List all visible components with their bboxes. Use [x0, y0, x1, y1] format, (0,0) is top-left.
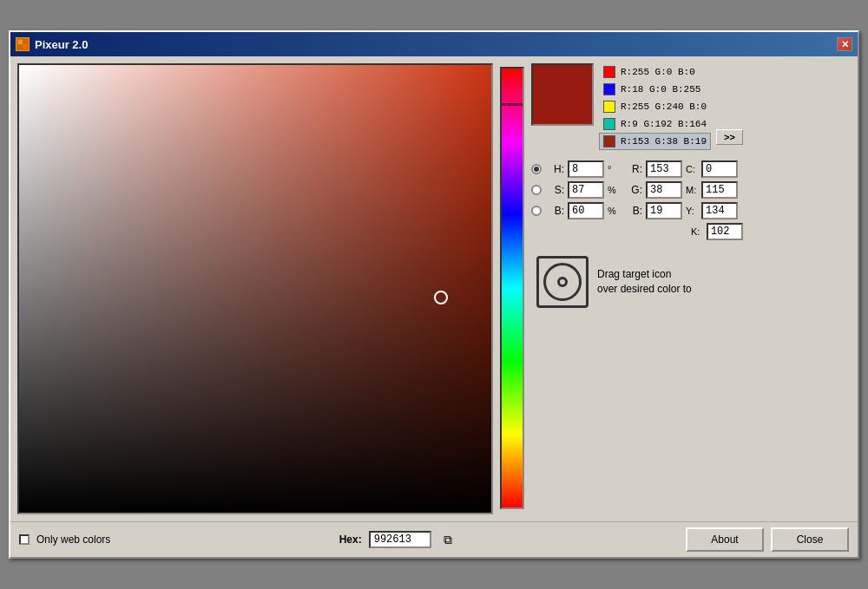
- swatch-item-1[interactable]: R:18 G:0 B:255: [599, 81, 711, 98]
- title-bar: Pixeur 2.0 ✕: [10, 32, 858, 56]
- current-color-swatch: [531, 63, 594, 126]
- swatch-item-2[interactable]: R:255 G:240 B:0: [599, 98, 711, 115]
- h-row: H: ° R: C:: [531, 160, 743, 178]
- swatch-label-1: R:18 G:0 B:255: [621, 84, 700, 95]
- swatch-label-0: R:255 G:0 B:0: [621, 67, 695, 77]
- h-input[interactable]: [568, 160, 604, 178]
- k-row: K:: [531, 223, 743, 240]
- y-label: Y:: [686, 206, 698, 216]
- right-panel: R:255 G:0 B:0 R:18 G:0 B:255 R:255 G:240…: [531, 63, 743, 514]
- swatch-color-2: [603, 101, 615, 113]
- c-input[interactable]: [701, 160, 738, 178]
- target-inner-circle: [557, 277, 568, 287]
- g-label: G:: [623, 184, 642, 196]
- hue-slider-wrapper: [500, 63, 524, 514]
- copy-icon[interactable]: ⧉: [438, 531, 457, 548]
- main-window: Pixeur 2.0 ✕ R:255 G:0 B:0: [9, 30, 859, 559]
- swatch-color-0: [603, 66, 615, 78]
- swatch-color-3: [603, 118, 615, 130]
- swatches-area: R:255 G:0 B:0 R:18 G:0 B:255 R:255 G:240…: [531, 63, 743, 150]
- color-values: H: ° R: C: S: % G: M:: [531, 160, 743, 240]
- swatch-item-3[interactable]: R:9 G:192 B:164: [599, 115, 711, 133]
- s-input[interactable]: [568, 181, 604, 199]
- m-input[interactable]: [701, 181, 738, 199]
- b-unit: %: [608, 206, 620, 216]
- hue-marker: [502, 103, 523, 106]
- svg-rect-2: [23, 44, 27, 49]
- b-input[interactable]: [568, 202, 604, 219]
- hue-slider[interactable]: [500, 67, 524, 509]
- r-input[interactable]: [646, 160, 682, 178]
- close-button[interactable]: ✕: [837, 37, 852, 51]
- color-picker-gradient[interactable]: [17, 63, 493, 514]
- b-rgb-input[interactable]: [646, 202, 682, 219]
- swatch-item-4[interactable]: R:153 G:38 B:19: [599, 133, 711, 150]
- about-button[interactable]: About: [686, 527, 764, 552]
- hex-input[interactable]: [369, 531, 431, 548]
- k-label: K:: [691, 226, 703, 237]
- app-title: Pixeur 2.0: [35, 38, 88, 51]
- drag-target-area: Drag target icon over desired color to: [531, 251, 743, 313]
- drag-text: Drag target icon over desired color to: [597, 267, 692, 297]
- s-unit: %: [608, 185, 620, 195]
- swatch-color-1: [603, 83, 615, 95]
- h-label: H:: [545, 163, 564, 175]
- web-colors-label: Only web colors: [36, 533, 110, 546]
- b-radio[interactable]: [531, 206, 542, 216]
- b-rgb-label: B:: [623, 205, 642, 217]
- title-bar-left: Pixeur 2.0: [16, 37, 88, 51]
- swatch-list: R:255 G:0 B:0 R:18 G:0 B:255 R:255 G:240…: [599, 63, 711, 150]
- swatch-color-4: [603, 135, 615, 147]
- target-icon[interactable]: [536, 256, 589, 308]
- g-input[interactable]: [646, 181, 682, 199]
- window-content: R:255 G:0 B:0 R:18 G:0 B:255 R:255 G:240…: [10, 56, 858, 521]
- swatch-label-3: R:9 G:192 B:164: [621, 119, 707, 129]
- h-unit: °: [608, 164, 620, 174]
- app-icon: [16, 37, 30, 51]
- color-crosshair: [434, 291, 448, 304]
- bottom-section: Only web colors Hex: ⧉ About Close: [10, 521, 858, 557]
- svg-rect-1: [18, 40, 23, 44]
- h-radio[interactable]: [531, 164, 542, 174]
- swatch-label-2: R:255 G:240 B:0: [621, 101, 707, 112]
- web-colors-checkbox[interactable]: [19, 534, 30, 545]
- s-label: S:: [545, 184, 564, 196]
- m-label: M:: [686, 185, 698, 195]
- close-button-bottom[interactable]: Close: [771, 527, 849, 552]
- arrow-section: >>: [716, 63, 743, 145]
- s-radio[interactable]: [531, 185, 542, 195]
- swatch-item-0[interactable]: R:255 G:0 B:0: [599, 63, 711, 81]
- r-label: R:: [623, 163, 642, 175]
- c-label: C:: [686, 164, 698, 174]
- hex-label: Hex:: [339, 533, 362, 546]
- swatch-label-4: R:153 G:38 B:19: [621, 136, 707, 147]
- b-hsb-label: B:: [545, 205, 564, 217]
- k-input[interactable]: [707, 223, 743, 240]
- arrow-button[interactable]: >>: [716, 129, 743, 145]
- b-row: B: % B: Y:: [531, 202, 743, 219]
- bottom-bar: Only web colors Hex: ⧉ About Close: [10, 522, 858, 557]
- target-outer-circle: [543, 263, 582, 301]
- s-row: S: % G: M:: [531, 181, 743, 199]
- y-input[interactable]: [701, 202, 738, 219]
